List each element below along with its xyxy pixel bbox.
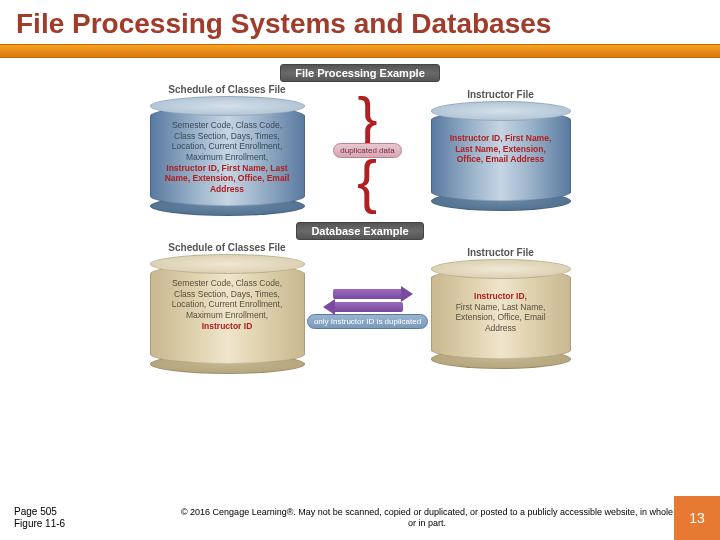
fpe-left-cylinder: Semester Code, Class Code, Class Section…	[150, 96, 305, 216]
slide-footer: Page 505 Figure 11-6 © 2016 Cengage Lear…	[0, 496, 720, 540]
footer-left: Page 505 Figure 11-6	[0, 506, 180, 530]
fpe-right-label: Instructor File	[467, 89, 534, 100]
fpe-right-cylinder: Instructor ID, First Name, Last Name, Ex…	[431, 101, 571, 211]
dbe-right-highlight: Instructor ID,	[474, 291, 527, 301]
fpe-left-highlight: Instructor ID, First Name, Last Name, Ex…	[165, 163, 290, 194]
slide-content: File Processing Example Schedule of Clas…	[0, 58, 720, 374]
dbe-left-text: Semester Code, Class Code, Class Section…	[162, 278, 293, 331]
slide-title: File Processing Systems and Databases	[16, 8, 704, 40]
dbe-right-group: Instructor File Instructor ID, First Nam…	[431, 247, 571, 369]
copyright-text: © 2016 Cengage Learning®. May not be sca…	[180, 507, 674, 529]
dbe-badge: only Instructor ID is duplicated	[307, 314, 428, 329]
accent-bar	[0, 44, 720, 58]
page-ref: Page 505	[14, 506, 180, 518]
fpe-left-label: Schedule of Classes File	[168, 84, 285, 95]
dbe-left-group: Schedule of Classes File Semester Code, …	[150, 242, 305, 374]
dbe-section-title: Database Example	[296, 222, 423, 240]
dbe-center: only Instructor ID is duplicated	[313, 287, 423, 329]
title-area: File Processing Systems and Databases	[0, 0, 720, 44]
dbe-left-cylinder: Semester Code, Class Code, Class Section…	[150, 254, 305, 374]
fpe-center: } duplicated data }	[313, 95, 423, 206]
fpe-right-highlight: Instructor ID, First Name, Last Name, Ex…	[450, 133, 552, 164]
slide-number: 13	[674, 496, 720, 540]
dbe-right-text: Instructor ID, First Name, Last Name, Ex…	[443, 291, 559, 334]
fpe-row: Schedule of Classes File Semester Code, …	[150, 84, 571, 216]
fpe-section-title: File Processing Example	[280, 64, 440, 82]
figure-ref: Figure 11-6	[14, 518, 180, 530]
fpe-right-text: Instructor ID, First Name, Last Name, Ex…	[443, 133, 559, 165]
link-arrows-icon	[333, 289, 403, 312]
bracket-right-icon: }	[357, 158, 377, 206]
dbe-row: Schedule of Classes File Semester Code, …	[150, 242, 571, 374]
fpe-left-group: Schedule of Classes File Semester Code, …	[150, 84, 305, 216]
fpe-right-group: Instructor File Instructor ID, First Nam…	[431, 89, 571, 211]
dbe-left-highlight: Instructor ID	[202, 321, 253, 331]
bracket-left-icon: }	[357, 95, 377, 143]
dbe-left-label: Schedule of Classes File	[168, 242, 285, 253]
dbe-right-label: Instructor File	[467, 247, 534, 258]
dbe-right-cylinder: Instructor ID, First Name, Last Name, Ex…	[431, 259, 571, 369]
fpe-left-text: Semester Code, Class Code, Class Section…	[162, 120, 293, 194]
